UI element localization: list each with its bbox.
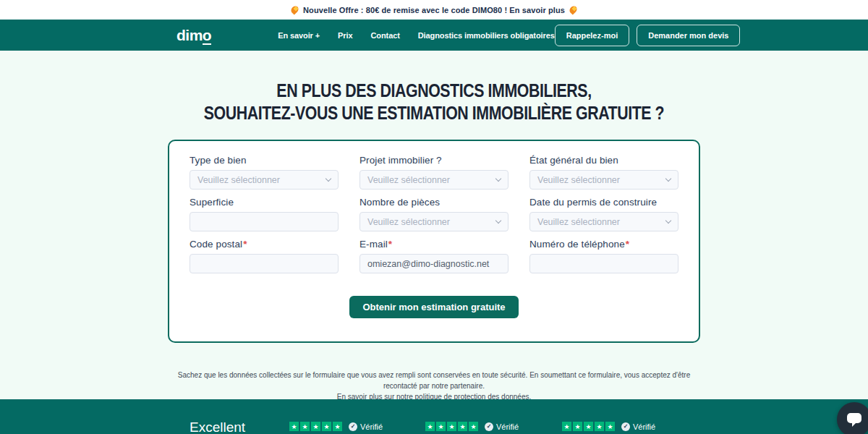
required-mark: * [243,239,247,250]
date-permis-select[interactable]: Veuillez sélectionner [529,212,678,231]
page-title-line2: SOUHAITEZ-VOUS UNE ESTIMATION IMMOBILIÈR… [78,102,790,124]
trustpilot-review-strip: Excellent ★ ★ ★ ★ ★ ✓ Vérifié ★ ★ ★ ★ ★ … [0,399,868,434]
form-field-code-postal: Code postal* [190,239,339,273]
nav-link-diagnostics[interactable]: Diagnostics immobiliers obligatoires [418,31,555,40]
star-icon: ★ [595,422,604,431]
dimo-logo[interactable]: dimo [176,27,211,44]
field-label: État général du bien [529,155,678,166]
nav-links: En savoir + Prix Contact Diagnostics imm… [278,31,555,40]
check-circle-icon: ✓ [349,422,357,431]
star-icon: ★ [573,422,582,431]
field-label: Numéro de téléphone* [529,239,678,250]
star-icon: ★ [289,422,299,431]
verified-badge: ✓ Vérifié [621,422,655,431]
privacy-disclaimer: Sachez que les données collectées sur le… [170,370,698,402]
superficie-input[interactable] [190,212,339,231]
estimation-form-card: Type de bien Veuillez sélectionner Proje… [168,140,700,343]
star-icon: ★ [436,422,446,431]
field-label: Type de bien [190,155,339,166]
star-icon: ★ [469,422,478,431]
nombre-pieces-select[interactable]: Veuillez sélectionner [359,212,509,231]
star-icon: ★ [584,422,593,431]
star-icon: ★ [605,422,615,431]
verified-badge: ✓ Vérifié [485,422,519,431]
review-stars-group: ★ ★ ★ ★ ★ ✓ Vérifié [289,422,383,431]
promo-banner[interactable]: Nouvelle Offre : 80€ de remise avec le c… [0,0,868,20]
form-field-type-de-bien: Type de bien Veuillez sélectionner [190,155,339,190]
chevron-down-icon [665,218,671,224]
obtenir-estimation-button[interactable]: Obtenir mon estimation gratuite [349,296,518,318]
chat-widget-button[interactable] [837,402,868,434]
check-circle-icon: ✓ [621,422,630,431]
chat-bubble-icon [846,412,863,427]
projet-immobilier-select[interactable]: Veuillez sélectionner [359,170,509,190]
page-title: EN PLUS DES DIAGNOSTICS IMMOBILIERS, SOU… [0,80,868,124]
field-label: Superficie [190,197,339,208]
flame-icon [289,4,299,14]
code-postal-input[interactable] [190,254,339,273]
chevron-down-icon [665,176,671,182]
star-icon: ★ [300,422,310,431]
chevron-down-icon [495,176,501,182]
star-icon: ★ [425,422,435,431]
nav-link-prix[interactable]: Prix [338,31,352,40]
form-field-telephone: Numéro de téléphone* [529,239,678,273]
nav-buttons: Rappelez-moi Demander mon devis [555,25,741,46]
form-field-nombre-pieces: Nombre de pièces Veuillez sélectionner [359,197,509,231]
star-icon: ★ [333,422,342,431]
star-icon: ★ [447,422,456,431]
required-mark: * [626,239,629,250]
check-circle-icon: ✓ [485,422,493,431]
reviews-heading: Excellent [190,420,245,434]
disclaimer-line1: Sachez que les données collectées sur le… [178,371,690,390]
required-mark: * [388,239,392,250]
field-label: Projet immobilier ? [359,155,509,166]
type-de-bien-select[interactable]: Veuillez sélectionner [190,170,339,190]
page-title-line1: EN PLUS DES DIAGNOSTICS IMMOBILIERS, [78,80,790,102]
form-field-etat-general: État général du bien Veuillez sélectionn… [529,155,678,190]
demander-devis-button[interactable]: Demander mon devis [637,25,740,46]
review-stars-group: ★ ★ ★ ★ ★ ✓ Vérifié [562,422,655,431]
form-grid: Type de bien Veuillez sélectionner Proje… [190,155,678,273]
submit-row: Obtenir mon estimation gratuite [190,296,678,318]
etat-general-select[interactable]: Veuillez sélectionner [529,170,678,190]
chevron-down-icon [495,218,501,224]
star-icon: ★ [458,422,467,431]
form-field-email: E-mail* [359,239,509,273]
field-label: Nombre de pièces [359,197,509,208]
verified-badge: ✓ Vérifié [349,422,383,431]
field-label: E-mail* [359,239,509,250]
email-input[interactable] [359,254,509,273]
promo-banner-text[interactable]: Nouvelle Offre : 80€ de remise avec le c… [303,6,565,14]
chevron-down-icon [326,176,331,182]
nav-link-contact[interactable]: Contact [370,31,399,40]
form-field-superficie: Superficie [190,197,339,231]
flame-icon [568,4,578,14]
field-label: Code postal* [190,239,339,250]
star-icon: ★ [562,422,571,431]
star-icon: ★ [322,422,331,431]
form-field-date-permis: Date du permis de construire Veuillez sé… [529,197,678,231]
review-stars-group: ★ ★ ★ ★ ★ ✓ Vérifié [425,422,519,431]
field-label: Date du permis de construire [529,197,678,208]
rappelez-moi-button[interactable]: Rappelez-moi [555,25,630,46]
nav-link-en-savoir[interactable]: En savoir + [278,31,320,40]
main-navbar: dimo En savoir + Prix Contact Diagnostic… [0,20,868,51]
star-icon: ★ [311,422,320,431]
form-field-projet-immobilier: Projet immobilier ? Veuillez sélectionne… [359,155,509,190]
telephone-input[interactable] [529,254,678,273]
